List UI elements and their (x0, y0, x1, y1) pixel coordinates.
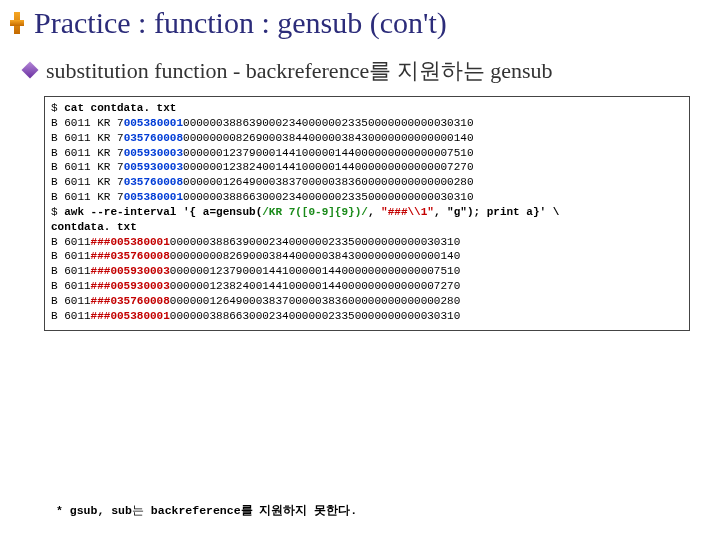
subtitle-row: substitution function - backreference를 지… (0, 42, 720, 92)
out-line-1: B 6011###0357600080000000082690003844000… (51, 250, 460, 262)
in-line-2: B 6011 KR 700593000300000012379000144100… (51, 147, 474, 159)
title-bullet-icon (10, 12, 24, 34)
out-line-2: B 6011###0059300030000001237900014410000… (51, 265, 460, 277)
footnote: * gsub, sub는 backreference를 지원하지 못한다. (56, 503, 357, 518)
code-box: $ cat contdata. txt B 6011 KR 7005380001… (44, 96, 690, 331)
footnote-part-c: backreference (151, 504, 241, 517)
prompt: $ (51, 102, 64, 114)
title-row: Practice : function : gensub (con't) (0, 0, 720, 42)
out-line-5: B 6011###0053800010000003886630002340000… (51, 310, 460, 322)
command-awk-cont: contdata. txt (51, 221, 137, 233)
footnote-part-b: 는 (132, 504, 151, 517)
out-line-0: B 6011###0053800010000003886390002340000… (51, 236, 460, 248)
slide-title: Practice : function : gensub (con't) (34, 6, 447, 40)
in-line-0: B 6011 KR 700538000100000038863900023400… (51, 117, 474, 129)
in-line-4: B 6011 KR 703576000800000012649000383700… (51, 176, 474, 188)
diamond-bullet-icon (22, 62, 39, 79)
in-line-1: B 6011 KR 703576000800000000826900038440… (51, 132, 474, 144)
command-awk: awk --re-interval '{ a=gensub(/KR 7([0-9… (64, 206, 559, 218)
out-line-3: B 6011###0059300030000001238240014410000… (51, 280, 460, 292)
prompt: $ (51, 206, 64, 218)
in-line-3: B 6011 KR 700593000300000012382400144100… (51, 161, 474, 173)
out-line-4: B 6011###0357600080000001264900038370000… (51, 295, 460, 307)
footnote-part-d: 를 지원하지 못한다. (241, 504, 358, 517)
footnote-part-a: * gsub, sub (56, 504, 132, 517)
in-line-5: B 6011 KR 700538000100000038866300023400… (51, 191, 474, 203)
slide-subtitle: substitution function - backreference를 지… (46, 56, 552, 86)
command-cat: cat contdata. txt (64, 102, 176, 114)
